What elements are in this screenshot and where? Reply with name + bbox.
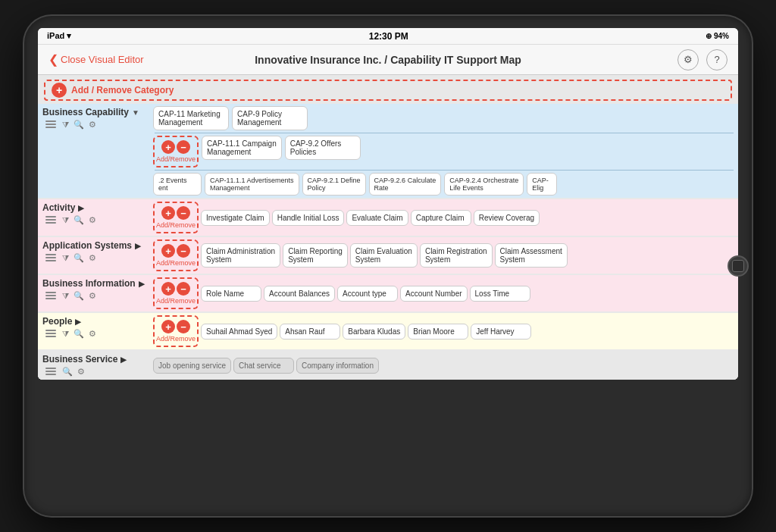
card-capture-claim[interactable]: Capture Claim	[411, 210, 471, 226]
activity-add-remove-icons: + −	[161, 206, 190, 220]
app-systems-settings-icon[interactable]: ⚙	[89, 253, 96, 263]
page-title: Innovative Insurance Inc. / Capability I…	[218, 54, 558, 66]
gear-icon: ⚙	[684, 54, 693, 65]
business-info-add-remove-label: Add/Remove	[156, 297, 196, 305]
app-systems-add-remove-icons: + −	[161, 244, 190, 258]
people-arrow-icon: ▶	[75, 318, 81, 326]
app-systems-add-remove-button[interactable]: + − Add/Remove	[153, 239, 199, 271]
card-account-type[interactable]: Account type	[337, 286, 398, 302]
business-service-section: Business Service ▶ 🔍 ⚙ Job op	[38, 351, 738, 380]
add-remove-category-bar[interactable]: + Add / Remove Category	[44, 80, 732, 101]
business-info-cards-col: + − Add/Remove Role Name Account Balance…	[150, 275, 738, 311]
business-service-title-text: Business Service	[42, 354, 117, 365]
back-button[interactable]: ❮ Close Visual Editor	[48, 52, 218, 67]
card-cap924-orchestrate[interactable]: CAP-9.2.4 Orchestrate Life Events	[444, 173, 524, 196]
bc-row1: CAP-11 Marketing Management CAP-9 Policy…	[153, 106, 735, 130]
card-suhail-ahmad[interactable]: Suhail Ahmad Syed	[201, 324, 277, 340]
app-systems-hamburger-icon[interactable]	[44, 252, 58, 263]
card-claim-registration-system[interactable]: Claim Registration System	[420, 243, 493, 268]
ipad-label: iPad ▾	[47, 31, 71, 41]
card-loss-time[interactable]: Loss Time	[470, 286, 530, 302]
bc-hamburger-icon[interactable]	[44, 119, 58, 130]
bc-settings-icon[interactable]: ⚙	[89, 120, 96, 130]
activity-settings-icon[interactable]: ⚙	[89, 215, 96, 225]
app-systems-filter-icon[interactable]: ⧩	[62, 253, 69, 263]
business-service-search-icon[interactable]: 🔍	[62, 367, 73, 377]
activity-filter-icon[interactable]: ⧩	[62, 215, 69, 225]
card-investigate-claim[interactable]: Investigate Claim	[201, 210, 270, 226]
activity-search-icon[interactable]: 🔍	[74, 215, 84, 225]
people-hamburger-icon[interactable]	[44, 328, 58, 339]
card-company-information[interactable]: Company information	[296, 358, 379, 374]
business-info-search-icon[interactable]: 🔍	[74, 291, 84, 301]
card-claim-assessment-system[interactable]: Claim Assessment System	[495, 243, 568, 268]
app-systems-title-text: Application Systems	[42, 240, 132, 251]
bc-minus-icon: −	[177, 140, 190, 154]
bc-plus-icon: +	[161, 140, 175, 154]
card-job-opening-service[interactable]: Job opening service	[153, 358, 231, 374]
people-filter-icon[interactable]: ⧩	[62, 329, 69, 339]
business-capability-label-col: Business Capability ▼ ⧩ 🔍 ⚙	[38, 104, 150, 198]
card-cap-elig[interactable]: CAP- Elig	[527, 173, 557, 196]
business-info-hamburger-icon[interactable]	[44, 290, 58, 301]
activity-minus-icon: −	[177, 206, 190, 220]
business-service-settings-icon[interactable]: ⚙	[77, 367, 85, 377]
home-button[interactable]	[728, 255, 749, 277]
card-claim-evaluation-system[interactable]: Claim Evaluation System	[350, 243, 418, 268]
bc-add-remove-button[interactable]: + − Add/Remove	[153, 136, 199, 167]
people-plus-icon: +	[161, 320, 175, 333]
card-barbara-kludas[interactable]: Barbara Kludas	[343, 324, 405, 340]
card-role-name[interactable]: Role Name	[201, 286, 261, 302]
bc-add-remove-icons: + −	[161, 140, 190, 154]
activity-add-remove-button[interactable]: + − Add/Remove	[153, 202, 199, 233]
card-ahsan-rauf[interactable]: Ahsan Rauf	[280, 324, 340, 340]
card-bc-events[interactable]: .2 Events ent	[153, 173, 202, 196]
activity-hamburger-icon[interactable]	[44, 214, 58, 225]
add-category-plus-icon[interactable]: +	[52, 83, 67, 98]
card-evaluate-claim[interactable]: Evaluate Claim	[346, 210, 408, 226]
card-cap921-define[interactable]: CAP-9.2.1 Define Policy	[302, 173, 366, 196]
bc-row3: .2 Events ent CAP-11.1.1 Advertisements …	[153, 173, 735, 196]
card-review-coverage[interactable]: Review Coverag	[474, 210, 540, 226]
card-account-balances[interactable]: Account Balances	[264, 286, 335, 302]
card-chat-service[interactable]: Chat service	[233, 358, 294, 374]
business-info-filter-icon[interactable]: ⧩	[62, 291, 69, 301]
card-cap9-policy[interactable]: CAP-9 Policy Management	[232, 106, 308, 130]
card-claim-admin-system[interactable]: Claim Administration System	[201, 243, 280, 268]
help-button[interactable]: ?	[706, 49, 728, 70]
business-info-settings-icon[interactable]: ⚙	[89, 291, 96, 301]
business-info-title-text: Business Information	[42, 278, 136, 289]
back-label[interactable]: Close Visual Editor	[61, 54, 144, 65]
card-cap1111-ads[interactable]: CAP-11.1.1 Advertisements Management	[205, 173, 299, 196]
app-systems-label-col: Application Systems ▶ ⧩ 🔍 ⚙	[38, 237, 150, 274]
card-claim-reporting-system[interactable]: Claim Reporting System	[283, 243, 348, 268]
status-bar: iPad ▾ 12:30 PM ⊕ 94%	[38, 28, 738, 45]
card-cap926-calc[interactable]: CAP-9.2.6 Calculate Rate	[369, 173, 442, 196]
card-account-number[interactable]: Account Number	[400, 286, 467, 302]
main-content: + Add / Remove Category Business Capabil…	[38, 75, 738, 380]
business-service-hamburger-icon[interactable]	[44, 366, 58, 377]
business-info-arrow-icon: ▶	[139, 280, 145, 288]
app-systems-controls: ⧩ 🔍 ⚙	[42, 252, 146, 263]
card-handle-initial-loss[interactable]: Handle Initial Loss	[272, 210, 345, 226]
business-info-add-remove-button[interactable]: + − Add/Remove	[153, 277, 199, 309]
card-cap92-offers[interactable]: CAP-9.2 Offers Policies	[285, 136, 361, 160]
bc-search-icon[interactable]: 🔍	[74, 120, 84, 130]
card-cap11-marketing[interactable]: CAP-11 Marketing Management	[153, 106, 229, 130]
activity-section: Activity ▶ ⧩ 🔍 ⚙	[38, 199, 738, 236]
card-brian-moore[interactable]: Brian Moore	[408, 324, 468, 340]
app-systems-search-icon[interactable]: 🔍	[74, 253, 84, 263]
bc-title-text: Business Capability	[42, 107, 129, 117]
business-capability-title: Business Capability ▼	[42, 107, 146, 117]
people-minus-icon: −	[177, 320, 190, 333]
business-service-title: Business Service ▶	[42, 354, 146, 365]
people-add-remove-button[interactable]: + − Add/Remove	[153, 315, 199, 347]
settings-button[interactable]: ⚙	[677, 49, 699, 70]
app-systems-title: Application Systems ▶	[42, 240, 146, 251]
people-title-text: People	[42, 316, 72, 327]
bc-filter-icon[interactable]: ⧩	[62, 120, 69, 130]
card-jeff-harvey[interactable]: Jeff Harvey	[471, 324, 531, 340]
card-cap111-campaign[interactable]: CAP-11.1 Campaign Management	[202, 136, 282, 160]
people-settings-icon[interactable]: ⚙	[89, 329, 96, 339]
people-search-icon[interactable]: 🔍	[74, 329, 84, 339]
